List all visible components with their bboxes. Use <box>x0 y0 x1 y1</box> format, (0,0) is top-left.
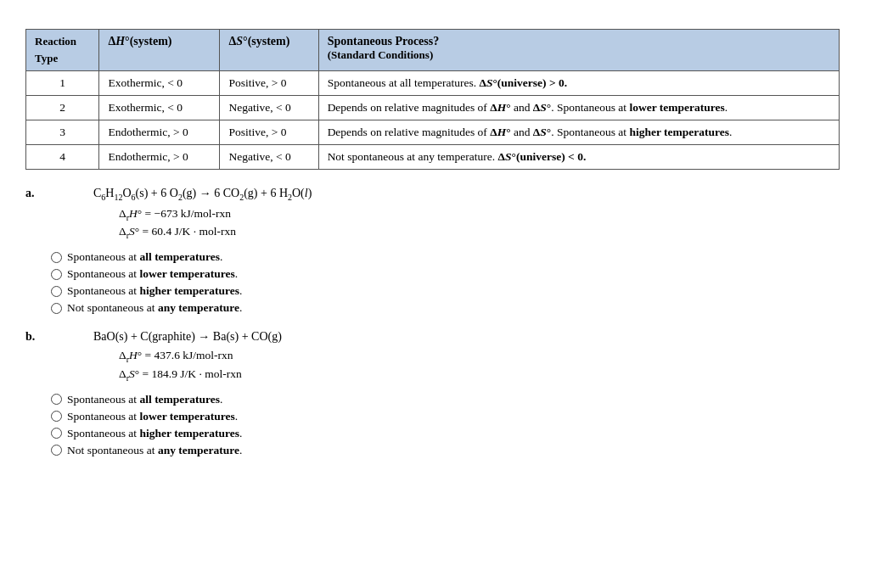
row-spont: Depends on relative magnitudes of ΔH° an… <box>318 96 840 120</box>
ds-line: ΔrS° = 184.9 J/K · mol-rxn <box>119 367 857 383</box>
radio-label: Not spontaneous at any temperature. <box>67 301 242 315</box>
radio-option[interactable]: Not spontaneous at any temperature. <box>51 444 857 457</box>
problem-section-a: a. C6H12O6(s) + 6 O2(g) → 6 CO2(g) + 6 H… <box>25 187 857 315</box>
table-header-reaction-type: Reaction Type <box>26 30 99 71</box>
problem-label: a. <box>25 187 51 200</box>
row-num: 3 <box>26 120 99 145</box>
dh-line: ΔrH° = −673 kJ/mol-rxn <box>119 207 857 222</box>
radio-options-group: Spontaneous at all temperatures. Spontan… <box>51 393 857 457</box>
radio-option[interactable]: Spontaneous at all temperatures. <box>51 393 857 406</box>
radio-circle[interactable] <box>51 428 62 439</box>
radio-label: Spontaneous at higher temperatures. <box>67 284 242 298</box>
table-header-spontaneous: Spontaneous Process?(Standard Conditions… <box>318 30 840 71</box>
ds-line: ΔrS° = 60.4 J/K · mol-rxn <box>119 225 857 240</box>
row-spont: Spontaneous at all temperatures. ΔS°(uni… <box>318 71 840 96</box>
radio-label: Not spontaneous at any temperature. <box>67 444 242 457</box>
radio-circle[interactable] <box>51 303 62 314</box>
table-row: 4 Endothermic, > 0 Negative, < 0 Not spo… <box>26 145 840 170</box>
table-header-dh: ΔH°(system) <box>99 30 220 71</box>
problem-section-b: b. BaO(s) + C(graphite) → Ba(s) + CO(g) … <box>25 330 857 456</box>
equation: BaO(s) + C(graphite) → Ba(s) + CO(g) <box>93 330 857 344</box>
problem-row: b. BaO(s) + C(graphite) → Ba(s) + CO(g) … <box>25 330 857 385</box>
radio-circle[interactable] <box>51 411 62 422</box>
table-header-ds: ΔS°(system) <box>220 30 318 71</box>
row-dh: Exothermic, < 0 <box>99 71 220 96</box>
row-spont: Not spontaneous at any temperature. ΔS°(… <box>318 145 840 170</box>
radio-label: Spontaneous at lower temperatures. <box>67 410 238 423</box>
equation: C6H12O6(s) + 6 O2(g) → 6 CO2(g) + 6 H2O(… <box>93 187 857 202</box>
row-spont: Depends on relative magnitudes of ΔH° an… <box>318 120 840 145</box>
row-dh: Exothermic, < 0 <box>99 96 220 120</box>
problem-content: BaO(s) + C(graphite) → Ba(s) + CO(g) ΔrH… <box>51 330 857 385</box>
radio-option[interactable]: Spontaneous at higher temperatures. <box>51 284 857 298</box>
radio-option[interactable]: Spontaneous at lower temperatures. <box>51 410 857 423</box>
radio-label: Spontaneous at higher temperatures. <box>67 427 242 440</box>
dh-line: ΔrH° = 437.6 kJ/mol-rxn <box>119 349 857 364</box>
radio-options-group: Spontaneous at all temperatures. Spontan… <box>51 250 857 315</box>
radio-option[interactable]: Not spontaneous at any temperature. <box>51 301 857 315</box>
radio-option[interactable]: Spontaneous at higher temperatures. <box>51 427 857 440</box>
row-ds: Negative, < 0 <box>220 145 318 170</box>
problem-label: b. <box>25 330 51 344</box>
radio-label: Spontaneous at all temperatures. <box>67 393 222 406</box>
radio-option[interactable]: Spontaneous at lower temperatures. <box>51 267 857 281</box>
radio-circle[interactable] <box>51 269 62 280</box>
radio-circle[interactable] <box>51 394 62 405</box>
row-num: 1 <box>26 71 99 96</box>
row-num: 2 <box>26 96 99 120</box>
radio-circle[interactable] <box>51 286 62 297</box>
row-dh: Endothermic, > 0 <box>99 145 220 170</box>
problem-content: C6H12O6(s) + 6 O2(g) → 6 CO2(g) + 6 H2O(… <box>51 187 857 244</box>
table-row: 3 Endothermic, > 0 Positive, > 0 Depends… <box>26 120 840 145</box>
table-row: 2 Exothermic, < 0 Negative, < 0 Depends … <box>26 96 840 120</box>
row-ds: Positive, > 0 <box>220 120 318 145</box>
radio-label: Spontaneous at all temperatures. <box>67 250 222 264</box>
problem-row: a. C6H12O6(s) + 6 O2(g) → 6 CO2(g) + 6 H… <box>25 187 857 244</box>
radio-circle[interactable] <box>51 445 62 456</box>
row-ds: Negative, < 0 <box>220 96 318 120</box>
radio-label: Spontaneous at lower temperatures. <box>67 267 238 281</box>
row-num: 4 <box>26 145 99 170</box>
row-ds: Positive, > 0 <box>220 71 318 96</box>
reaction-types-table: Reaction Type ΔH°(system) ΔS°(system) Sp… <box>25 29 840 170</box>
radio-option[interactable]: Spontaneous at all temperatures. <box>51 250 857 264</box>
radio-circle[interactable] <box>51 252 62 263</box>
row-dh: Endothermic, > 0 <box>99 120 220 145</box>
table-row: 1 Exothermic, < 0 Positive, > 0 Spontane… <box>26 71 840 96</box>
